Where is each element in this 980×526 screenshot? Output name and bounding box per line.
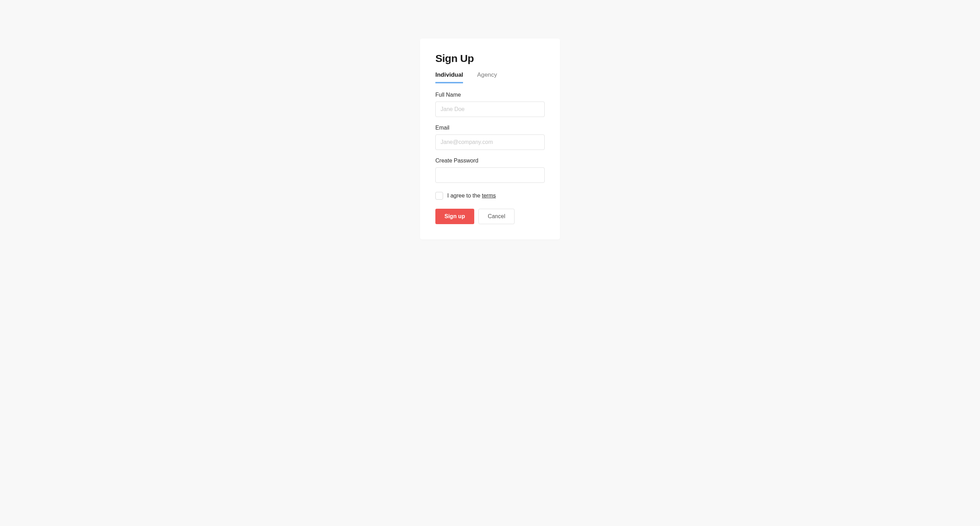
- terms-label: I agree to the terms: [447, 192, 496, 199]
- button-row: Sign up Cancel: [435, 209, 545, 224]
- password-field: Create Password: [435, 157, 545, 183]
- terms-checkbox[interactable]: [435, 192, 443, 200]
- email-input[interactable]: [435, 135, 545, 150]
- signup-card: Sign Up Individual Agency Full Name Emai…: [420, 38, 560, 240]
- terms-link[interactable]: terms: [482, 192, 496, 199]
- password-input[interactable]: [435, 167, 545, 183]
- page-title: Sign Up: [435, 52, 545, 64]
- signup-button[interactable]: Sign up: [435, 209, 474, 224]
- email-label: Email: [435, 125, 545, 131]
- account-type-tabs: Individual Agency: [435, 72, 545, 83]
- fullname-field: Full Name: [435, 92, 545, 117]
- tab-individual[interactable]: Individual: [435, 72, 463, 83]
- email-field: Email: [435, 125, 545, 150]
- terms-prefix: I agree to the: [447, 192, 482, 199]
- cancel-button[interactable]: Cancel: [479, 209, 515, 224]
- terms-row: I agree to the terms: [435, 192, 545, 200]
- password-label: Create Password: [435, 157, 545, 164]
- fullname-label: Full Name: [435, 92, 545, 98]
- fullname-input[interactable]: [435, 102, 545, 117]
- tab-agency[interactable]: Agency: [477, 72, 497, 83]
